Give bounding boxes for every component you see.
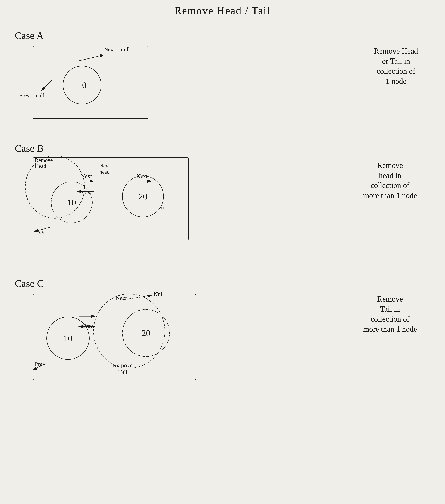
case-b-node2-label: 20 [139,192,147,201]
case-c-desc: Remove Tail in collection of more than 1… [349,294,432,334]
case-a-node-label: 10 [78,80,86,90]
case-b-ellipsis: ... [160,200,167,211]
case-b-node1: 10 [51,181,93,223]
case-c-next-label: Next [116,295,127,301]
case-c-prev-label: Prev [35,361,45,367]
case-a-next-label: Next = null [104,46,130,53]
case-b-node2: 20 [122,176,164,217]
case-b-diagram: 10 20 [33,157,188,240]
case-c-node2: 20 [122,309,170,357]
case-b-prev-mid: Prev [80,189,91,196]
case-a-label: Case A [15,30,44,41]
case-c-label: Case C [15,278,44,289]
case-c-node2-label: 20 [142,328,150,338]
case-c-node1-label: 10 [64,333,72,343]
case-b-node1-label: 10 [67,198,76,207]
case-c-null-label: Null [154,291,164,298]
case-b-next2: Next [137,173,148,180]
case-b-label: Case B [15,143,44,154]
case-a-desc: Remove Head or Tail in collection of 1 n… [360,46,432,86]
case-b-new-head: Newhead [99,162,110,175]
case-c-remove-tail: RemoveTail [113,362,133,375]
case-a-prev-label: Prev = null [19,92,44,99]
case-b-desc: Remove head in collection of more than 1… [349,160,432,200]
case-a-diagram: 10 [33,46,148,119]
case-c-prev2-label: Prev. [83,323,94,329]
case-b-remove-head: RemoveHead [35,157,53,169]
case-b-next1: Next [81,173,92,180]
case-a-node: 10 [63,66,101,104]
case-b-prev-bottom: Prev [34,229,45,235]
page-title: Remove Head / Tail [174,4,271,17]
